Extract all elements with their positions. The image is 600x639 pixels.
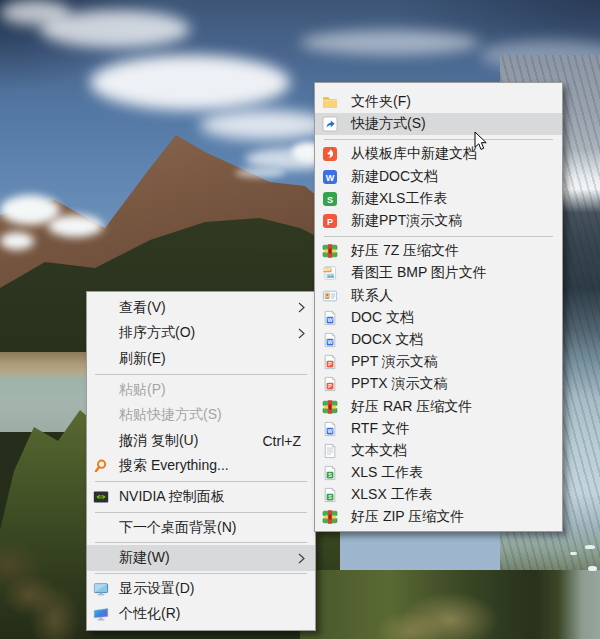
svg-text:S: S: [328, 494, 332, 500]
menu-item-label: 粘贴(P): [119, 381, 305, 399]
menu-item-search-everything[interactable]: 搜索 Everything...: [87, 454, 315, 480]
menu-item-label: 新建PPT演示文稿: [351, 212, 552, 230]
menu-item-xlsx[interactable]: SXLSX 工作表: [315, 484, 562, 506]
search-icon: [93, 458, 109, 474]
cloud: [90, 55, 290, 110]
menu-item-refresh[interactable]: 刷新(E): [87, 346, 315, 372]
cloud: [200, 110, 330, 140]
menu-item-label: 文件夹(F): [351, 93, 552, 111]
menu-item-xls[interactable]: SXLS 工作表: [315, 462, 562, 484]
menu-item-contact[interactable]: 联系人: [315, 285, 562, 307]
svg-text:P: P: [327, 217, 333, 227]
menu-item-label: 新建(W): [119, 549, 298, 567]
menu-separator: [324, 139, 553, 140]
snow-patch: [48, 215, 103, 237]
desktop-context-menu: 查看(V)排序方式(O)刷新(E)粘贴(P)粘贴快捷方式(S)撤消 复制(U)C…: [86, 291, 316, 631]
svg-text:W: W: [326, 172, 335, 182]
icon-placeholder: [93, 382, 109, 398]
menu-item-next-desktop-background[interactable]: 下一个桌面背景(N): [87, 515, 315, 541]
cloud: [40, 10, 190, 48]
menu-item-text-document[interactable]: 文本文档: [315, 440, 562, 462]
menu-item-label: 新建XLS工作表: [351, 190, 552, 208]
menu-item-haozip-rar[interactable]: 好压 RAR 压缩文件: [315, 395, 562, 417]
submenu-arrow-icon: [298, 328, 305, 339]
menu-item-ppt[interactable]: PPPT 演示文稿: [315, 351, 562, 373]
menu-item-label: DOCX 文档: [351, 331, 552, 349]
menu-item-label: 快捷方式(S): [351, 115, 552, 133]
submenu-arrow-icon: [298, 553, 305, 564]
personalize-icon: [93, 606, 109, 622]
menu-item-display-settings[interactable]: 显示设置(D): [87, 576, 315, 602]
menu-item-label: 看图王 BMP 图片文件: [351, 264, 552, 282]
svg-text:S: S: [328, 472, 332, 478]
doc-file-icon: W: [322, 332, 338, 348]
doc-file-icon: W: [322, 421, 338, 437]
menu-separator: [95, 481, 307, 482]
wps-template-icon: [322, 146, 338, 162]
menu-item-label: 新建DOC文档: [351, 168, 552, 186]
menu-item-new-xls[interactable]: S新建XLS工作表: [315, 188, 562, 210]
menu-item-new-doc-from-template[interactable]: 从模板库中新建文档: [315, 143, 562, 165]
txt-file-icon: [322, 443, 338, 459]
menu-item-label: 粘贴快捷方式(S): [119, 406, 305, 424]
menu-item-sort-by[interactable]: 排序方式(O): [87, 321, 315, 347]
new-submenu: 文件夹(F)快捷方式(S)从模板库中新建文档W新建DOC文档S新建XLS工作表P…: [314, 82, 563, 532]
snow-patch: [0, 232, 34, 250]
menu-item-rtf[interactable]: WRTF 文件: [315, 418, 562, 440]
wps-doc-icon: W: [322, 169, 338, 185]
svg-text:BMP: BMP: [324, 269, 333, 273]
menu-item-paste-shortcut[interactable]: 粘贴快捷方式(S): [87, 402, 315, 428]
svg-text:P: P: [328, 361, 332, 367]
menu-item-new-doc[interactable]: W新建DOC文档: [315, 166, 562, 188]
menu-item-docx[interactable]: WDOCX 文档: [315, 329, 562, 351]
menu-item-label: PPTX 演示文稿: [351, 375, 552, 393]
menu-item-haozip-zip[interactable]: 好压 ZIP 压缩文件: [315, 506, 562, 528]
menu-item-label: 查看(V): [119, 299, 298, 317]
ppt-file-icon: P: [322, 354, 338, 370]
menu-item-new-ppt[interactable]: P新建PPT演示文稿: [315, 210, 562, 232]
menu-item-view[interactable]: 查看(V): [87, 295, 315, 321]
wps-xls-icon: S: [322, 191, 338, 207]
menu-item-personalize[interactable]: 个性化(R): [87, 602, 315, 628]
menu-item-label: 好压 ZIP 压缩文件: [351, 508, 552, 526]
menu-item-folder[interactable]: 文件夹(F): [315, 91, 562, 113]
menu-item-label: XLS 工作表: [351, 464, 552, 482]
nvidia-icon: [93, 489, 109, 505]
xls-file-icon: S: [322, 465, 338, 481]
menu-item-haozip-7z[interactable]: 好压 7Z 压缩文件: [315, 240, 562, 262]
menu-item-label: 文本文档: [351, 442, 552, 460]
menu-item-nvidia-control-panel[interactable]: NVIDIA 控制面板: [87, 484, 315, 510]
menu-separator: [95, 512, 307, 513]
menu-item-bmp-image[interactable]: BMP看图王 BMP 图片文件: [315, 262, 562, 284]
menu-item-label: 从模板库中新建文档: [351, 145, 552, 163]
svg-text:S: S: [327, 194, 333, 204]
menu-item-new[interactable]: 新建(W): [87, 545, 315, 571]
ppt-file-icon: P: [322, 376, 338, 392]
menu-item-label: 刷新(E): [119, 350, 305, 368]
icon-placeholder: [93, 433, 109, 449]
mouse-cursor: [474, 131, 488, 155]
menu-item-doc[interactable]: WDOC 文档: [315, 307, 562, 329]
desktop: 查看(V)排序方式(O)刷新(E)粘贴(P)粘贴快捷方式(S)撤消 复制(U)C…: [0, 0, 600, 639]
menu-item-label: 好压 7Z 压缩文件: [351, 242, 552, 260]
snow-patch: [235, 168, 285, 178]
menu-item-undo-copy[interactable]: 撤消 复制(U)Ctrl+Z: [87, 428, 315, 454]
bmp-image-icon: BMP: [322, 265, 338, 281]
menu-item-label: 显示设置(D): [119, 580, 305, 598]
menu-item-label: 个性化(R): [119, 605, 305, 623]
shortcut-text: Ctrl+Z: [263, 433, 306, 449]
menu-separator: [95, 542, 307, 543]
folder-icon: [322, 94, 338, 110]
icon-placeholder: [93, 520, 109, 536]
haozip-icon: [322, 399, 338, 415]
menu-item-label: 下一个桌面背景(N): [119, 519, 305, 537]
menu-item-label: 联系人: [351, 287, 552, 305]
doc-file-icon: W: [322, 310, 338, 326]
icon-placeholder: [93, 351, 109, 367]
menu-item-label: 好压 RAR 压缩文件: [351, 398, 552, 416]
ice-chunk: [570, 552, 577, 555]
menu-item-paste[interactable]: 粘贴(P): [87, 377, 315, 403]
menu-item-shortcut[interactable]: 快捷方式(S): [315, 113, 562, 135]
menu-item-label: NVIDIA 控制面板: [119, 488, 305, 506]
menu-item-pptx[interactable]: PPPTX 演示文稿: [315, 373, 562, 395]
